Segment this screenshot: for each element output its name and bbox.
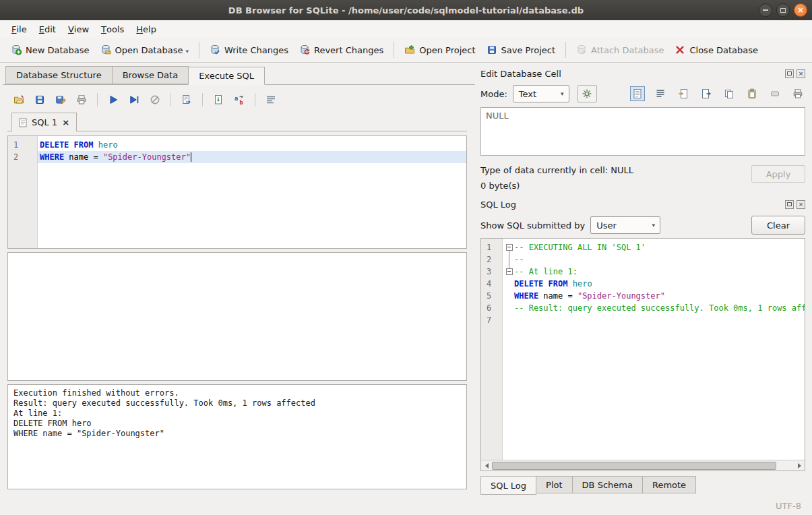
bottom-tab-db-schema[interactable]: DB Schema (572, 476, 643, 493)
copy-cell-button[interactable] (722, 86, 737, 101)
open-results-button[interactable] (211, 92, 226, 107)
execute-current-line-button[interactable] (127, 92, 142, 107)
import-cell-data-button[interactable] (676, 86, 691, 101)
sql-tab-sql1[interactable]: SQL 1 × (11, 113, 77, 131)
edit-cell-float-button[interactable] (785, 69, 794, 78)
new-database-icon (11, 44, 22, 55)
sql-tab-label: SQL 1 (32, 117, 57, 127)
clear-log-button[interactable]: Clear (751, 216, 805, 235)
new-database-button[interactable]: New Database (5, 41, 95, 59)
log-editor-code: -- EXECUTING ALL IN 'SQL 1'---- At line … (503, 239, 805, 460)
copy-icon (724, 88, 735, 99)
tab-execute-sql[interactable]: Execute SQL (188, 67, 265, 85)
tab-database-structure[interactable]: Database Structure (5, 66, 113, 84)
close-database-button[interactable]: Close Database (669, 41, 763, 59)
open-project-button[interactable]: Open Project (399, 41, 480, 59)
print-cell-button[interactable] (790, 86, 805, 101)
execute-all-button[interactable] (106, 92, 121, 107)
close-database-icon (675, 44, 685, 55)
log-horizontal-scrollbar[interactable] (481, 460, 805, 471)
menu-item-view[interactable]: View (62, 20, 95, 38)
bottom-tab-plot[interactable]: Plot (536, 476, 573, 493)
sql-toolbar-separator (170, 93, 171, 107)
close-button[interactable]: × (794, 3, 807, 17)
word-wrap-button[interactable] (653, 86, 668, 101)
set-null-button[interactable] (768, 86, 782, 101)
sql-log-float-button[interactable] (785, 200, 794, 209)
sql-editor[interactable]: 12 DELETE FROM heroWHERE name = "Spider-… (7, 135, 467, 249)
auto-format-button[interactable] (263, 92, 278, 107)
mode-label: Mode: (480, 89, 507, 99)
open-database-icon (100, 44, 111, 55)
bottom-tab-remote[interactable]: Remote (642, 476, 696, 493)
save-project-label: Save Project (501, 45, 556, 55)
scroll-right-arrow-icon[interactable] (794, 460, 805, 471)
titlebar: DB Browser for SQLite - /home/user/code/… (0, 0, 812, 20)
word-wrap-icon (655, 88, 666, 99)
open-database-dropdown-icon[interactable]: ▾ (185, 48, 189, 55)
log-filter-value: User (596, 220, 617, 231)
cell-settings-button[interactable] (577, 85, 597, 102)
maximize-button[interactable] (776, 3, 790, 17)
export-results-icon (181, 94, 192, 105)
execute-current-line-icon (129, 94, 139, 105)
mode-select[interactable]: Text ▾ (513, 85, 569, 102)
save-sql-file-button[interactable] (32, 92, 47, 107)
window-controls: × (759, 3, 807, 17)
log-filter-label: Show SQL submitted by (480, 220, 585, 231)
text-mode-button[interactable] (630, 86, 645, 101)
sql-log-close-button[interactable]: × (797, 200, 805, 209)
export-results-button[interactable] (179, 92, 194, 107)
save-project-button[interactable]: Save Project (481, 41, 561, 59)
sql-doc-icon (19, 118, 27, 127)
find-replace-button[interactable]: ab (232, 92, 247, 107)
results-pane (7, 252, 467, 381)
gear-icon (582, 88, 592, 99)
svg-text:b: b (240, 99, 243, 105)
open-project-icon (404, 44, 415, 55)
cell-info-texts: Type of data currently in cell: NULL 0 b… (480, 162, 751, 193)
revert-changes-button[interactable]: Revert Changes (294, 41, 389, 59)
menu-item-tools[interactable]: Tools (95, 20, 130, 38)
apply-button: Apply (751, 165, 805, 183)
scrollbar-thumb[interactable] (492, 462, 776, 470)
export-cell-data-button[interactable] (699, 86, 714, 101)
menu-item-edit[interactable]: Edit (33, 20, 62, 38)
save-sql-file-as-button[interactable] (53, 92, 68, 107)
sql-toolbar-separator (97, 93, 98, 107)
clipboard-icon (747, 88, 757, 99)
scroll-left-arrow-icon[interactable] (481, 460, 492, 471)
sql-tab-bar: SQL 1 × (7, 111, 467, 131)
log-filter-select[interactable]: User ▾ (590, 216, 660, 234)
write-changes-icon (210, 44, 220, 55)
write-changes-label: Write Changes (224, 45, 288, 55)
paste-cell-button[interactable] (745, 86, 759, 101)
tab-browse-data[interactable]: Browse Data (112, 66, 189, 84)
open-database-button[interactable]: Open Database ▾ (95, 41, 194, 59)
cell-value-editor[interactable]: NULL (480, 107, 805, 156)
log-editor-gutter: 1234567 (481, 239, 503, 460)
edit-cell-close-button[interactable]: × (797, 69, 805, 78)
open-sql-file-button[interactable] (11, 92, 26, 107)
sql-toolbar-separator (202, 93, 203, 107)
tab-database-structure-label: Database Structure (16, 70, 102, 80)
bottom-tab-sql-log[interactable]: SQL Log (480, 476, 536, 495)
cell-info-row: Type of data currently in cell: NULL 0 b… (480, 156, 805, 196)
float-icon (787, 202, 792, 206)
sql-tab-close-icon[interactable]: × (62, 118, 69, 127)
edit-cell-title: Edit Database Cell (480, 69, 782, 79)
minimize-icon (763, 9, 768, 11)
log-bottom-tabs: SQL LogPlotDB SchemaRemote (480, 476, 805, 496)
cell-type-info: Type of data currently in cell: NULL (480, 162, 751, 178)
menu-item-file[interactable]: File (5, 20, 33, 38)
menu-item-help[interactable]: Help (130, 20, 162, 38)
import-file-icon (678, 88, 689, 99)
scrollbar-track[interactable] (776, 462, 794, 470)
main-toolbar: New Database Open Database ▾ Write Chang… (0, 38, 812, 63)
maximize-icon (780, 8, 786, 13)
print-icon (792, 88, 803, 99)
minimize-button[interactable] (759, 3, 772, 17)
toolbar-separator (394, 42, 394, 58)
write-changes-button[interactable]: Write Changes (204, 41, 294, 59)
print-button[interactable] (74, 92, 89, 107)
